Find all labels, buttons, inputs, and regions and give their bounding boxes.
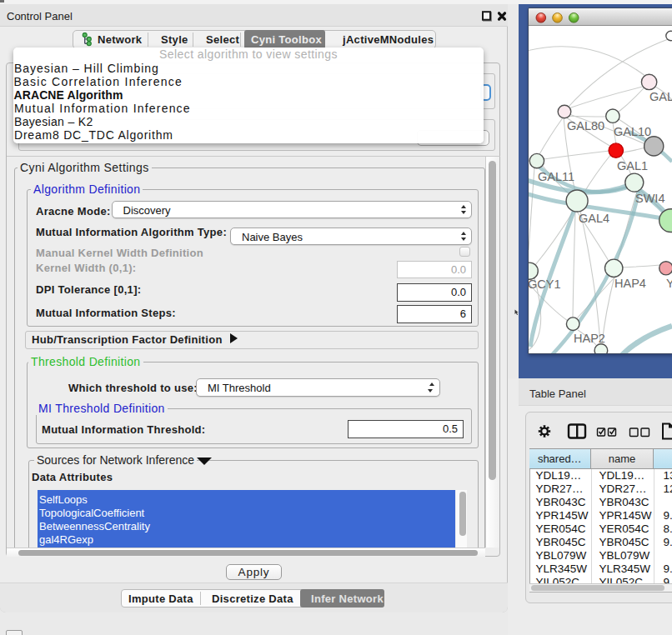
svg-text:HAP2: HAP2 [574,332,605,345]
svg-text:GAL10: GAL10 [614,125,651,138]
svg-text:GAL2: GAL2 [649,90,672,103]
svg-text:GCY1: GCY1 [529,278,561,291]
svg-text:HAP4: HAP4 [614,277,646,290]
svg-text:GAL4: GAL4 [579,212,609,225]
svg-text:GAL11: GAL11 [538,170,574,183]
svg-text:GAL1: GAL1 [617,159,648,172]
svg-text:YM: YM [666,277,672,290]
svg-text:GAL80: GAL80 [567,119,604,132]
svg-text:SWI4: SWI4 [635,192,664,205]
